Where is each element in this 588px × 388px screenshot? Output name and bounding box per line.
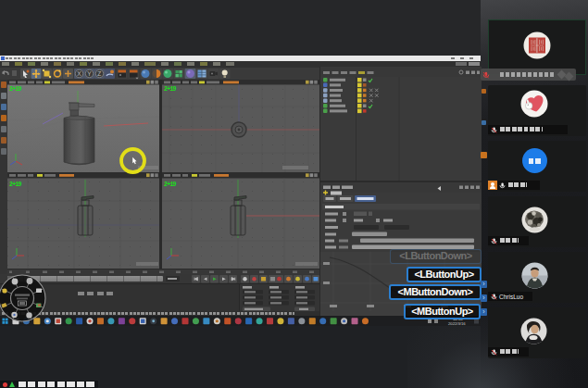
svg-text:2+19: 2+19 [9,181,22,188]
svg-text:2+19: 2+19 [164,86,177,93]
svg-text:Z: Z [97,70,101,77]
svg-text:X: X [77,70,81,77]
svg-text:2022/3/16: 2022/3/16 [448,321,466,326]
svg-text:2+19: 2+19 [9,86,22,93]
svg-text:2+19: 2+19 [164,181,177,188]
svg-text:Y: Y [87,70,92,77]
